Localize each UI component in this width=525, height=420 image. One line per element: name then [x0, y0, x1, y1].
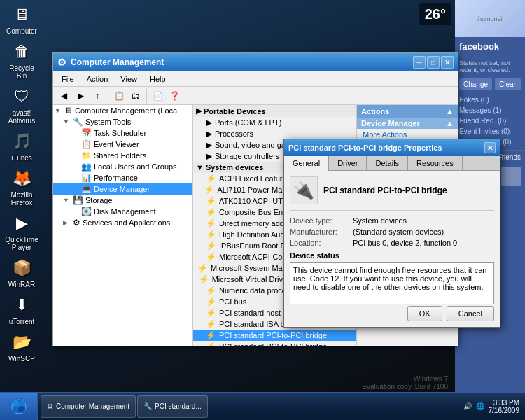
device-processors[interactable]: ▶ Processors [193, 128, 356, 139]
taskbar-item-props-label: PCI standard... [155, 402, 202, 410]
props-ok-btn[interactable]: OK [407, 306, 442, 321]
tree-event-viewer[interactable]: 📋 Event Viewer [53, 139, 192, 150]
actions-section-icon[interactable]: ▲ [446, 119, 454, 127]
props-title-text: PCI standard PCI-to-PCI bridge Propertie… [288, 144, 484, 152]
props-value-loc: PCI bus 0, device 2, function 0 [353, 239, 457, 247]
taskbar-item-props[interactable]: 🔧 PCI standard... [137, 396, 208, 418]
taskbar-item-cm[interactable]: ⚙ Computer Management [41, 396, 136, 418]
tree-disk-management[interactable]: 💽 Disk Management [53, 206, 192, 217]
antivirus-label: avast! Antivirus [4, 109, 40, 125]
computer-icon-label: Computer [6, 27, 37, 35]
firefox-icon[interactable]: 🦊 Mozilla Firefox [4, 167, 40, 206]
tb-properties-btn[interactable]: 📄 [150, 88, 165, 104]
fb-messages-link[interactable]: Messages (1) [455, 105, 525, 115]
group-portable[interactable]: ▶ Portable Devices [193, 105, 356, 117]
tb-show-btn[interactable]: 📋 [111, 88, 127, 104]
taskbar-start-btn[interactable] [0, 393, 38, 421]
fb-eventinvites-link[interactable]: Event Invites (0) [455, 126, 525, 136]
tb-back-btn[interactable]: ◀ [56, 88, 71, 104]
props-tab-details[interactable]: Details [367, 156, 408, 170]
antivirus-icon[interactable]: 🛡 avast! Antivirus [4, 85, 40, 125]
tree-system-tools[interactable]: ▼ 🔧 System Tools [53, 116, 192, 127]
taskbar-clock[interactable]: 3:33 PM 7/16/2009 [489, 399, 520, 414]
cm-menu-help[interactable]: Help [144, 74, 172, 85]
eval-line2: Evaluation copy, Build 7100 [362, 383, 448, 391]
tree-root[interactable]: ▼ 🖥 Computer Management (Local [53, 105, 192, 116]
fb-pokes-link[interactable]: Pokes (0) [455, 94, 525, 105]
cm-menu-action[interactable]: Action [81, 74, 114, 85]
cm-minimize-btn[interactable]: ─ [413, 56, 426, 69]
fb-clear-btn[interactable]: Clear [495, 78, 521, 90]
tree-services[interactable]: ▶ ⚙ Services and Applications [53, 217, 192, 228]
tree-shared-folders[interactable]: 📁 Shared Folders [53, 150, 192, 161]
tree-performance[interactable]: 📊 Performance [53, 172, 192, 183]
cm-menu-view[interactable]: View [115, 74, 143, 85]
taskbar-systray-icon2: 🌐 [476, 402, 484, 410]
actions-title: Actions ▲ [357, 105, 458, 118]
props-label-type: Device type: [290, 216, 353, 225]
tb-separator1 [108, 89, 108, 103]
quicktime-icon[interactable]: ▶ QuickTime Player [4, 212, 40, 251]
device-ports[interactable]: ▶ Ports (COM & LPT) [193, 117, 356, 128]
device-pcipci2[interactable]: ⚡ PCI standard PCI-to-PCI bridge [193, 341, 356, 346]
cm-titlebar-title: Computer Management [71, 57, 413, 67]
winrar-label: WinRAR [8, 281, 35, 288]
windows-eval: Windows 7 Evaluation copy, Build 7100 [362, 375, 448, 391]
props-tabs: General Driver Details Resources [284, 156, 500, 171]
props-tab-driver[interactable]: Driver [329, 156, 367, 170]
tb-hide-btn[interactable]: 🗂 [128, 88, 144, 104]
taskbar-date: 7/16/2009 [489, 407, 520, 414]
quicktime-label: QuickTime Player [4, 236, 40, 251]
tb-help-btn[interactable]: ❓ [167, 88, 182, 104]
device-pcipci1[interactable]: ⚡ PCI standard PCI-to-PCI bridge [193, 330, 356, 341]
recycle-bin-icon[interactable]: 🗑 Recycle Bin [4, 41, 40, 80]
winrar-icon[interactable]: 📦 WinRAR [4, 257, 40, 288]
fb-friendreq-link[interactable]: Friend Req. (0) [455, 115, 525, 126]
fb-change-btn[interactable]: Change [459, 78, 492, 90]
tree-device-manager[interactable]: 💻 Device Manager [53, 183, 192, 195]
temperature-display: 26° [425, 6, 446, 22]
props-titlebar: PCI standard PCI-to-PCI bridge Propertie… [284, 139, 500, 156]
itunes-icon[interactable]: 🎵 iTunes [4, 130, 40, 162]
cm-menu-file[interactable]: File [56, 74, 80, 85]
utorrent-icon[interactable]: ⬇ uTorrent [4, 294, 40, 326]
tb-forward-btn[interactable]: ▶ [73, 88, 88, 104]
cm-titlebar-icon: ⚙ [57, 57, 66, 68]
cm-titlebar: ⚙ Computer Management ─ □ ✕ [53, 53, 458, 71]
winscp-icon[interactable]: 📂 WinSCP [4, 331, 40, 363]
fb-friends-label: Friends [498, 153, 521, 161]
actions-collapse-icon[interactable]: ▲ [446, 107, 454, 115]
props-cancel-btn[interactable]: Cancel [447, 306, 494, 321]
props-device-name: PCI standard PCI-to-PCI bridge [323, 186, 447, 195]
taskbar-time: 3:33 PM [489, 399, 520, 407]
taskbar: ⚙ Computer Management 🔧 PCI standard... … [0, 392, 525, 420]
fb-status-section: Status not set, not recent, or cleared. … [455, 55, 525, 94]
winscp-label: WinSCP [8, 355, 35, 363]
props-status-title: Device status [290, 251, 494, 260]
computer-icon[interactable]: 🖥 Computer [4, 4, 40, 35]
computer-icon-img: 🖥 [10, 4, 33, 26]
cm-maximize-btn[interactable]: □ [427, 56, 440, 69]
props-tab-resources[interactable]: Resources [408, 156, 463, 170]
itunes-label: iTunes [11, 154, 32, 162]
eval-line1: Windows 7 [362, 375, 448, 383]
props-field-type: Device type: System devices [290, 216, 494, 225]
cm-menubar: File Action View Help [53, 71, 458, 87]
tree-local-users[interactable]: 👥 Local Users and Groups [53, 161, 192, 172]
cm-close-btn[interactable]: ✕ [441, 56, 454, 69]
tb-up-btn[interactable]: ↑ [90, 88, 105, 104]
tree-task-scheduler[interactable]: 📅 Task Scheduler [53, 127, 192, 139]
props-close-btn[interactable]: ✕ [484, 142, 496, 153]
svg-point-4 [18, 406, 25, 413]
firefox-label: Mozilla Firefox [4, 191, 40, 206]
weather-widget: 26° [419, 4, 451, 25]
props-field-mfr: Manufacturer: (Standard system devices) [290, 227, 494, 236]
props-buttons: OK Cancel [407, 306, 494, 321]
props-label-mfr: Manufacturer: [290, 227, 353, 236]
actions-section-label: Device Manager [361, 119, 420, 127]
actions-title-label: Actions [361, 107, 389, 115]
tree-storage[interactable]: ▼ 💾 Storage [53, 195, 192, 206]
props-label-loc: Location: [290, 239, 353, 247]
fb-title: facebook [455, 38, 525, 55]
props-tab-general[interactable]: General [284, 156, 329, 171]
